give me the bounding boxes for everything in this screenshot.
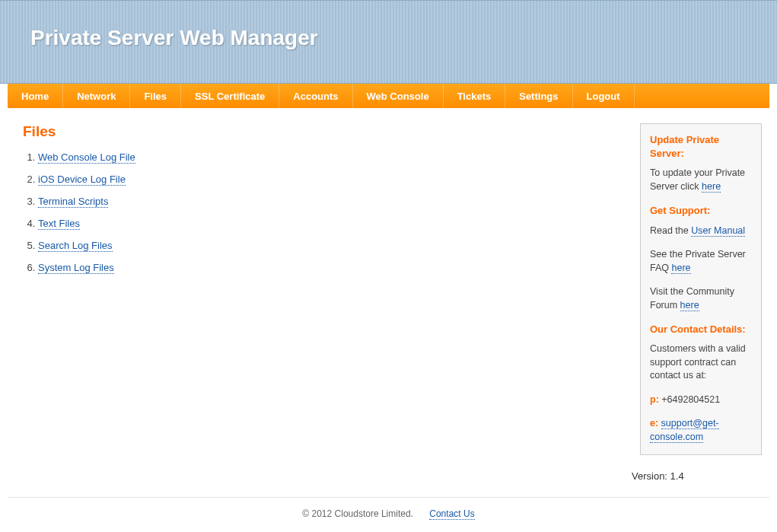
nav-home[interactable]: Home: [8, 84, 63, 108]
file-link-search-log-files[interactable]: Search Log Files: [38, 240, 113, 252]
sidebar-email: e: support@get-console.com: [650, 417, 752, 444]
footer-copyright: © 2012 Cloudstore Limited.: [302, 508, 413, 519]
header-banner: Private Server Web Manager: [0, 0, 777, 84]
version-line: Version: 1.4: [632, 463, 777, 497]
sidebar-support-faq-pre: See the Private Server FAQ: [650, 249, 746, 273]
list-item: iOS Device Log File: [38, 174, 625, 185]
list-item: Text Files: [38, 218, 625, 229]
nav-web-console[interactable]: Web Console: [353, 84, 444, 108]
sidebar-contact-text: Customers with a valid support contract …: [650, 342, 752, 383]
nav-accounts[interactable]: Accounts: [279, 84, 352, 108]
footer: © 2012 Cloudstore Limited. Contact Us: [8, 497, 769, 532]
list-item: Terminal Scripts: [38, 196, 625, 207]
nav-logout[interactable]: Logout: [573, 84, 635, 108]
app-title: Private Server Web Manager: [30, 26, 318, 50]
sidebar-faq-link[interactable]: here: [671, 263, 690, 274]
list-item: Search Log Files: [38, 240, 625, 251]
sidebar-support-forum: Visit the Community Forum here: [650, 285, 752, 312]
list-item: System Log Files: [38, 262, 625, 273]
sidebar-support-read-pre: Read the: [650, 225, 691, 236]
sidebar-phone-label: p:: [650, 394, 659, 405]
sidebar: Update Private Server: To update your Pr…: [640, 123, 762, 455]
nav-network[interactable]: Network: [63, 84, 130, 108]
sidebar-user-manual-link[interactable]: User Manual: [691, 225, 745, 237]
sidebar-support-read: Read the User Manual: [650, 225, 752, 238]
list-item: Web Console Log File: [38, 151, 625, 163]
version-label: Version:: [632, 470, 667, 482]
nav-files[interactable]: Files: [130, 84, 181, 108]
footer-contact-link[interactable]: Contact Us: [429, 508, 474, 520]
file-link-text-files[interactable]: Text Files: [38, 218, 80, 230]
sidebar-contact-heading: Our Contact Details:: [650, 323, 752, 336]
sidebar-update-text-pre: To update your Private Server click: [650, 167, 745, 192]
sidebar-support-heading: Get Support:: [650, 204, 752, 218]
main-column: Files Web Console Log File iOS Device Lo…: [23, 123, 625, 284]
file-link-web-console-log[interactable]: Web Console Log File: [38, 151, 135, 164]
version-value: 1.4: [670, 470, 684, 482]
sidebar-update-heading: Update Private Server:: [650, 133, 752, 161]
nav-settings[interactable]: Settings: [505, 84, 572, 108]
sidebar-email-label: e:: [650, 418, 658, 428]
file-link-terminal-scripts[interactable]: Terminal Scripts: [38, 196, 108, 208]
file-list: Web Console Log File iOS Device Log File…: [23, 151, 625, 273]
nav-tickets[interactable]: Tickets: [444, 84, 506, 108]
nav-ssl-certificate[interactable]: SSL Certificate: [181, 84, 279, 108]
sidebar-update-link[interactable]: here: [702, 181, 721, 193]
sidebar-update-text: To update your Private Server click here: [650, 167, 752, 193]
sidebar-support-faq: See the Private Server FAQ here: [650, 248, 752, 275]
sidebar-email-link[interactable]: support@get-console.com: [650, 418, 719, 443]
sidebar-phone-value: +6492804521: [661, 394, 720, 405]
sidebar-phone: p: +6492804521: [650, 393, 752, 407]
page-heading: Files: [23, 123, 625, 140]
file-link-ios-device-log[interactable]: iOS Device Log File: [38, 174, 126, 186]
content-wrap: Files Web Console Log File iOS Device Lo…: [0, 108, 777, 463]
sidebar-forum-link[interactable]: here: [680, 300, 699, 311]
file-link-system-log-files[interactable]: System Log Files: [38, 262, 114, 274]
nav-bar: Home Network Files SSL Certificate Accou…: [8, 84, 769, 108]
